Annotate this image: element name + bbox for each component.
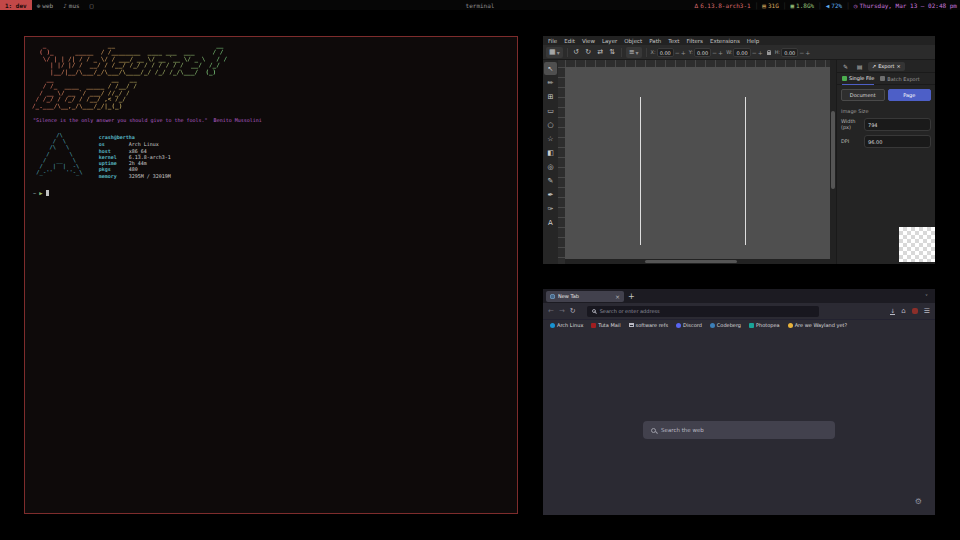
decrement-button[interactable]: − — [799, 49, 804, 56]
separator: │ — [755, 2, 759, 9]
lock-ratio-icon[interactable] — [767, 52, 771, 55]
workspace-web[interactable]: ⊕ web — [32, 0, 58, 10]
new-tab-button[interactable]: + — [628, 292, 635, 301]
horizontal-scrollbar[interactable] — [565, 259, 830, 264]
node-tool-icon[interactable]: ✏ — [544, 76, 557, 89]
list-tabs-chevron-icon[interactable]: ˅ — [925, 293, 932, 300]
flip-horizontal-button[interactable]: ⇄ — [596, 47, 605, 58]
increment-button[interactable]: + — [681, 49, 686, 56]
rotate-ccw-button[interactable]: ↺ — [572, 47, 581, 58]
y-input[interactable]: 0.00 — [694, 48, 711, 57]
personalize-gear-icon[interactable]: ⚙ — [915, 497, 922, 506]
pencil-tool-icon[interactable]: ✎ — [544, 174, 557, 187]
url-bar[interactable]: Search or enter address — [587, 306, 819, 317]
workspace-empty[interactable]: □ — [85, 0, 99, 10]
rotate-cw-button[interactable]: ↻ — [584, 47, 593, 58]
bookmark-label: Are we Wayland yet? — [795, 322, 847, 328]
window-square-icon: □ — [90, 2, 94, 9]
menu-view[interactable]: View — [582, 38, 595, 44]
increment-button[interactable]: + — [718, 49, 723, 56]
bookmark-codeberg[interactable]: Codeberg — [710, 322, 741, 328]
increment-button[interactable]: + — [758, 49, 763, 56]
rectangle-tool-icon[interactable]: ▭ — [544, 104, 557, 117]
workspace-dev[interactable]: 1: dev — [0, 0, 32, 10]
workspace-music[interactable]: ♪ mus — [58, 0, 84, 10]
arch-icon: ∆ — [695, 2, 699, 9]
active-tab[interactable]: New Tab × — [546, 291, 624, 302]
shape-builder-tool-icon[interactable]: ⊞ — [544, 90, 557, 103]
home-icon[interactable]: ⌂ — [901, 307, 905, 315]
batch-export-tab[interactable]: Batch Export — [880, 73, 919, 85]
bookmark-photopea[interactable]: Photopea — [749, 322, 780, 328]
web-search-box[interactable]: Search the web — [643, 421, 835, 439]
x-input[interactable]: 0.00 — [657, 48, 674, 57]
bookmark-tuta-mail[interactable]: Tuta Mail — [591, 322, 620, 328]
pen-tool-icon[interactable]: ✒ — [544, 188, 557, 201]
horizontal-ruler — [565, 60, 830, 67]
memory-usage: 1.8G% — [796, 2, 814, 9]
menu-edit[interactable]: Edit — [564, 38, 575, 44]
page-button[interactable]: Page — [888, 89, 932, 101]
text-tool-icon[interactable]: A — [544, 216, 557, 229]
forward-button[interactable]: → — [559, 307, 565, 315]
spiral-tool-icon[interactable]: ◎ — [544, 160, 557, 173]
menu-file[interactable]: File — [548, 38, 557, 44]
bookmark-are-we-wayland-yet[interactable]: Are we Wayland yet? — [788, 322, 847, 328]
menu-extensions[interactable]: Extensions — [710, 38, 740, 44]
menu-help[interactable]: Help — [747, 38, 760, 44]
menu-path[interactable]: Path — [649, 38, 661, 44]
kernel-module: ∆ 6.13.8-arch3-1 — [695, 2, 751, 9]
decrement-button[interactable]: − — [675, 49, 680, 56]
bookmark-discord[interactable]: Discord — [676, 322, 702, 328]
export-panel-tab[interactable]: ↗ Export × — [868, 62, 905, 71]
h-input[interactable]: 0.00 — [781, 48, 798, 57]
box3d-tool-icon[interactable]: ◧ — [544, 146, 557, 159]
chevron-down-icon: ▾ — [636, 49, 639, 56]
fetch-value: 3295M / 32019M — [129, 173, 171, 179]
globe-favicon — [550, 294, 555, 299]
bookmark-folder-software-refs[interactable]: software refs — [629, 322, 668, 328]
height-field: H: 0.00 − + — [775, 48, 811, 57]
star-tool-icon[interactable]: ☆ — [544, 132, 557, 145]
shell-prompt[interactable]: ~ ▶ — [33, 190, 512, 196]
scrollbar-thumb[interactable] — [645, 260, 738, 263]
selection-mode-dropdown[interactable]: ▦ ▾ — [546, 47, 563, 58]
increment-button[interactable]: + — [805, 49, 810, 56]
pencil-panel-icon[interactable]: ✎ — [840, 61, 851, 72]
bookmark-arch-linux[interactable]: Arch Linux — [550, 322, 583, 328]
hamburger-menu-icon[interactable]: ☰ — [924, 307, 930, 315]
tab-close-icon[interactable]: × — [615, 293, 620, 300]
downloads-icon[interactable]: ↓ — [890, 308, 895, 314]
menu-layer[interactable]: Layer — [602, 38, 617, 44]
layers-panel-icon[interactable]: ▤ — [854, 61, 865, 72]
volume-module[interactable]: ◀ 72% — [826, 2, 842, 9]
close-icon[interactable]: × — [897, 63, 901, 69]
align-dropdown[interactable]: ≡ ▾ — [626, 47, 642, 58]
selector-tool-icon[interactable]: ↖ — [544, 62, 557, 75]
x-label: X: — [651, 49, 656, 55]
decrement-button[interactable]: − — [752, 49, 757, 56]
scrollbar-thumb[interactable] — [831, 111, 835, 189]
extension-icon[interactable] — [912, 308, 918, 314]
toolbox: ↖ ✏ ⊞ ▭ ○ ☆ ◧ ◎ ✎ ✒ ✑ A — [543, 60, 558, 264]
drawing-canvas[interactable] — [565, 67, 830, 259]
flip-vertical-button[interactable]: ⇅ — [608, 47, 617, 58]
h-label: H: — [775, 49, 780, 55]
back-button[interactable]: ← — [548, 307, 554, 315]
menu-filters[interactable]: Filters — [686, 38, 703, 44]
calligraphy-tool-icon[interactable]: ✑ — [544, 202, 557, 215]
decrement-button[interactable]: − — [712, 49, 717, 56]
terminal-window[interactable]: _ __ __ ( )_ _____ / /________ ____ ___ … — [24, 36, 518, 514]
menu-object[interactable]: Object — [624, 38, 642, 44]
tab-bar: New Tab × + ˅ — [543, 289, 935, 303]
w-input[interactable]: 0.00 — [733, 48, 750, 57]
document-button[interactable]: Document — [841, 89, 885, 101]
menu-text[interactable]: Text — [668, 38, 679, 44]
reload-button[interactable]: ↻ — [570, 307, 576, 315]
single-file-tab[interactable]: Single File — [842, 73, 874, 85]
dpi-input[interactable]: 96.00 — [864, 135, 931, 148]
ellipse-tool-icon[interactable]: ○ — [544, 118, 557, 131]
bookmark-label: Tuta Mail — [598, 322, 620, 328]
export-width-input[interactable]: 794 — [864, 118, 931, 131]
tool-options-bar: ▦ ▾ ↺ ↻ ⇄ ⇅ ≡ ▾ X: 0.00 − + Y: 0.00 − + … — [543, 45, 935, 60]
